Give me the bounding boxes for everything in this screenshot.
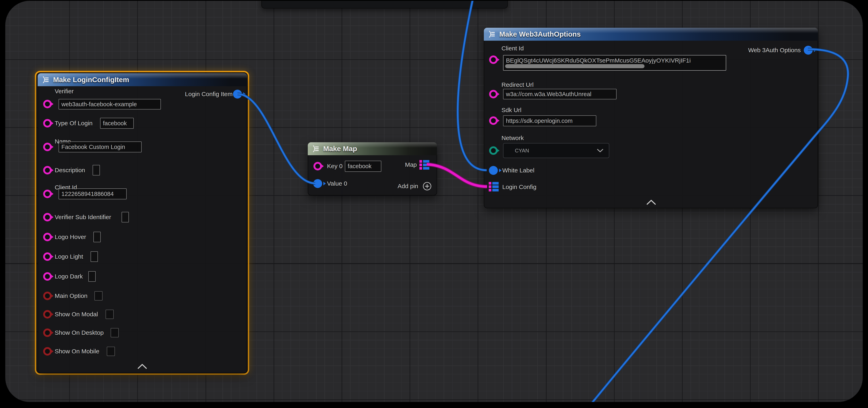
pin-label-value-0: Value 0 (327, 180, 347, 187)
verifier-sub-identifier-field[interactable] (122, 212, 129, 223)
main-option-checkbox[interactable] (94, 291, 102, 301)
wire-to-white-label-halo (458, 1, 487, 170)
pin-web3auth-options-output[interactable] (804, 46, 813, 55)
pin-white-label[interactable] (489, 166, 498, 175)
pin-main-option[interactable] (43, 292, 52, 300)
pin-show-on-modal[interactable] (43, 310, 52, 318)
pin-logo-hover[interactable] (43, 233, 52, 241)
type-of-login-field[interactable]: facebook (100, 118, 134, 129)
pin-name[interactable] (43, 143, 52, 151)
client-id-field[interactable]: 1222658941886084 (59, 189, 127, 199)
node-header-make-web3authoptions[interactable]: Make Web3AuthOptions (484, 28, 818, 41)
pin-label-client-id: Client Id (501, 45, 524, 52)
client-id-field[interactable]: BEglQSgt4cUWcj6SKRdu5QkOXTsePmMcusG5EAoy… (503, 55, 726, 71)
node-title: Make Map (323, 145, 357, 153)
make-struct-icon (42, 76, 50, 84)
pin-label-show-on-modal: Show On Modal (55, 311, 98, 318)
pin-login-config[interactable] (489, 182, 499, 192)
pin-network[interactable] (489, 146, 498, 155)
pin-show-on-desktop[interactable] (43, 329, 52, 337)
client-id-scrollbar[interactable] (505, 64, 645, 68)
show-on-mobile-checkbox[interactable] (107, 347, 115, 356)
pin-type-of-login[interactable] (43, 119, 52, 128)
pin-redirect-url[interactable] (489, 90, 498, 98)
node-header-make-loginconfigitem[interactable]: Make LoginConfigItem (38, 73, 247, 86)
pin-label-login-config-item: Login Config Item (185, 91, 232, 98)
pin-label-show-on-mobile: Show On Mobile (55, 348, 99, 355)
pin-label-description: Description (55, 167, 85, 174)
make-struct-icon (488, 30, 496, 38)
pin-label-type-of-login: Type Of Login (55, 120, 93, 127)
make-map-icon (312, 145, 320, 153)
logo-light-field[interactable] (91, 251, 98, 262)
node-make-web3authoptions[interactable]: Make Web3AuthOptions Web 3Auth Options C… (484, 28, 818, 208)
show-on-desktop-checkbox[interactable] (111, 328, 119, 337)
pin-label-web3auth-options: Web 3Auth Options (748, 47, 801, 54)
node-make-loginconfigitem[interactable]: Make LoginConfigItem Login Config Item V… (38, 73, 247, 373)
offscreen-node-bottom-edge[interactable] (261, 1, 508, 8)
pin-label-white-label: White Label (502, 167, 534, 174)
pin-verifier-sub-identifier[interactable] (43, 213, 52, 222)
add-pin-icon[interactable] (423, 181, 432, 191)
pin-label-network: Network (501, 135, 524, 141)
node-header-make-map[interactable]: Make Map (308, 142, 437, 155)
logo-dark-field[interactable] (88, 271, 96, 282)
pin-value-0[interactable] (313, 179, 322, 188)
pin-label-logo-light: Logo Light (55, 253, 83, 260)
pin-label-main-option: Main Option (55, 293, 88, 299)
pin-label-verifier: Verifier (55, 88, 73, 95)
blueprint-graph-viewport[interactable]: Make LoginConfigItem Login Config Item V… (5, 1, 863, 402)
pin-label-show-on-desktop: Show On Desktop (55, 329, 104, 336)
name-field[interactable]: Facebook Custom Login (59, 141, 142, 152)
blueprint-graph-canvas[interactable]: Make LoginConfigItem Login Config Item V… (5, 1, 863, 402)
wire-to-white-label (458, 1, 487, 170)
node-title: Make Web3AuthOptions (499, 30, 581, 38)
verifier-field[interactable]: web3auth-facebook-example (59, 99, 161, 109)
node-title: Make LoginConfigItem (53, 76, 129, 84)
pin-description[interactable] (43, 166, 52, 174)
pin-key-0[interactable] (313, 162, 322, 170)
pin-label-logo-dark: Logo Dark (55, 273, 83, 280)
key-0-field[interactable]: facebook (345, 161, 381, 172)
pin-label-map: Map (405, 161, 417, 168)
client-id-value: BEglQSgt4cUWcj6SKRdu5QkOXTsePmMcusG5EAoy… (506, 57, 691, 64)
pin-label-verifier-sub-identifier: Verifier Sub Identifier (55, 214, 111, 220)
pin-logo-light[interactable] (43, 252, 52, 261)
pin-map-output[interactable] (420, 160, 429, 170)
node-make-map[interactable]: Make Map Key 0 facebook Value 0 Map Add … (308, 142, 437, 196)
pin-label-key-0: Key 0 (327, 163, 343, 170)
pin-sdk-url[interactable] (489, 116, 498, 125)
pin-label-login-config: Login Config (502, 183, 536, 191)
pin-label-redirect-url: Redirect Url (501, 81, 533, 88)
add-pin-label: Add pin (398, 183, 418, 190)
pin-client-id[interactable] (43, 190, 52, 198)
logo-hover-field[interactable] (93, 232, 101, 242)
description-field[interactable] (93, 165, 100, 175)
pin-login-config-item-output[interactable] (233, 90, 242, 99)
collapse-node-chevron[interactable] (646, 199, 656, 205)
chevron-down-icon (597, 148, 603, 152)
pin-logo-dark[interactable] (43, 272, 52, 281)
sdk-url-field[interactable]: https://sdk.openlogin.com (503, 115, 596, 126)
pin-label-logo-hover: Logo Hover (55, 234, 86, 240)
network-dropdown[interactable]: CYAN (503, 143, 609, 158)
pin-verifier[interactable] (43, 100, 52, 108)
pin-show-on-mobile[interactable] (43, 347, 52, 355)
network-selected-value: CYAN (515, 147, 529, 154)
collapse-node-chevron[interactable] (137, 364, 147, 369)
pin-client-id[interactable] (489, 56, 498, 64)
redirect-url-field[interactable]: w3a://com.w3a.Web3AuthUnreal (503, 89, 617, 99)
show-on-modal-checkbox[interactable] (105, 310, 114, 319)
pin-label-sdk-url: Sdk Url (501, 107, 521, 113)
